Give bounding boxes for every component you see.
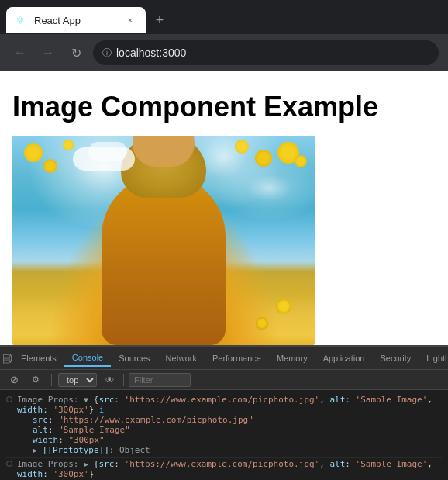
- console-src-val-1: 'https://www.example.com/picphoto.jpg': [125, 395, 320, 405]
- console-log-content-2: Image Props: ▶ {src: 'https://www.exampl…: [17, 459, 442, 479]
- console-indent-prototype: ▶ [[Prototype]]: Object: [33, 445, 442, 455]
- flower-decoration: [63, 140, 74, 150]
- cloud: [88, 142, 127, 161]
- lock-icon: ⓘ: [102, 47, 112, 60]
- tab-lighthouse[interactable]: Lightho…: [419, 351, 448, 366]
- console-label-2: Image Props:: [17, 459, 78, 469]
- devtools-toolbar: ⊘ ⚙ top 👁: [0, 370, 448, 390]
- colon1: :: [114, 395, 124, 405]
- tab-memory[interactable]: Memory: [269, 351, 315, 366]
- tab-network[interactable]: Network: [158, 351, 205, 366]
- tab-application[interactable]: Application: [315, 351, 373, 366]
- tab-sources[interactable]: Sources: [111, 351, 157, 366]
- tab-security[interactable]: Security: [372, 351, 419, 366]
- expand-arrow-2[interactable]: ▶: [84, 460, 88, 468]
- active-tab[interactable]: ⚛ React App ×: [6, 7, 146, 33]
- photo-scene: [12, 136, 315, 345]
- console-log-content-1: Image Props: ▼ {src: 'https://www.exampl…: [17, 395, 442, 455]
- flower-decoration: [235, 140, 249, 154]
- console-indent-src: src: "https://www.example.com/picphoto.j…: [33, 415, 442, 425]
- browser-content: Image Component Example: [0, 71, 448, 345]
- flower-decoration: [276, 299, 291, 314]
- devtools-panel: ⌸ ⟩ Elements Console Sources Network Per…: [0, 345, 448, 480]
- tab-performance[interactable]: Performance: [205, 351, 269, 366]
- flower-decoration: [24, 143, 43, 162]
- devtools-tab-bar: ⌸ ⟩ Elements Console Sources Network Per…: [0, 347, 448, 370]
- console-log-row-2: Image Props: ▶ {src: 'https://www.exampl…: [6, 458, 442, 480]
- alt-value: "Sample Image": [58, 425, 130, 435]
- url-bar[interactable]: ⓘ localhost:3000: [93, 40, 439, 65]
- person-hair: [121, 136, 206, 198]
- tab-elements[interactable]: Elements: [13, 351, 64, 366]
- console-src-key-1: src: [98, 395, 114, 405]
- browser-chrome: ⚛ React App × + ← → ↻ ⓘ localhost:3000: [0, 0, 448, 71]
- prototype-value: Object: [119, 445, 150, 455]
- devtools-console-content: Image Props: ▼ {src: 'https://www.exampl…: [0, 390, 448, 480]
- prototype-arrow[interactable]: ▶: [33, 446, 37, 454]
- console-indent-alt: alt: "Sample Image": [33, 425, 442, 435]
- flower-decoration: [256, 317, 268, 330]
- new-tab-button[interactable]: +: [149, 9, 171, 31]
- width-value: "300px": [68, 435, 104, 445]
- console-indent-width: width: "300px": [33, 435, 442, 445]
- tab-bar: ⚛ React App × +: [0, 0, 448, 34]
- src-key: src: [33, 415, 48, 425]
- address-bar: ← → ↻ ⓘ localhost:3000: [0, 34, 448, 71]
- context-selector[interactable]: top: [58, 373, 97, 387]
- forward-button[interactable]: →: [37, 42, 59, 64]
- eye-icon[interactable]: 👁: [100, 371, 119, 389]
- src-value: "https://www.example.com/picphoto.jpg": [58, 415, 253, 425]
- toolbar-divider2: [123, 374, 124, 386]
- reload-button[interactable]: ↻: [65, 42, 87, 64]
- url-text: localhost:3000: [116, 47, 186, 59]
- back-button[interactable]: ←: [9, 42, 31, 64]
- tab-favicon: ⚛: [16, 14, 28, 26]
- console-log-indicator: [6, 396, 12, 402]
- console-label-1: Image Props:: [17, 395, 78, 405]
- devtools-dock-icon[interactable]: ⌸: [3, 349, 9, 368]
- flower-decoration: [255, 150, 272, 167]
- flower-decoration: [43, 159, 57, 173]
- tab-title: React App: [34, 15, 118, 26]
- sample-image: [12, 136, 315, 345]
- flower-decoration: [295, 155, 307, 167]
- width-key: width: [33, 435, 58, 445]
- tab-close-button[interactable]: ×: [124, 14, 136, 26]
- toolbar-divider: [51, 374, 52, 386]
- page-heading: Image Component Example: [12, 90, 436, 123]
- console-log-indicator-2: [6, 461, 12, 467]
- expand-arrow-1[interactable]: ▼: [84, 395, 88, 404]
- alt-key: alt: [33, 425, 48, 435]
- tab-console[interactable]: Console: [64, 350, 111, 367]
- prototype-key: [[Prototype]]: [43, 445, 109, 455]
- console-log-row-1: Image Props: ▼ {src: 'https://www.exampl…: [6, 393, 442, 458]
- person-head: [133, 136, 195, 167]
- info-icon-1: i: [99, 406, 104, 414]
- person-body: [102, 174, 226, 345]
- console-filter-input[interactable]: [129, 373, 191, 387]
- console-settings-icon[interactable]: ⚙: [26, 371, 45, 389]
- clear-console-icon[interactable]: ⊘: [5, 371, 23, 389]
